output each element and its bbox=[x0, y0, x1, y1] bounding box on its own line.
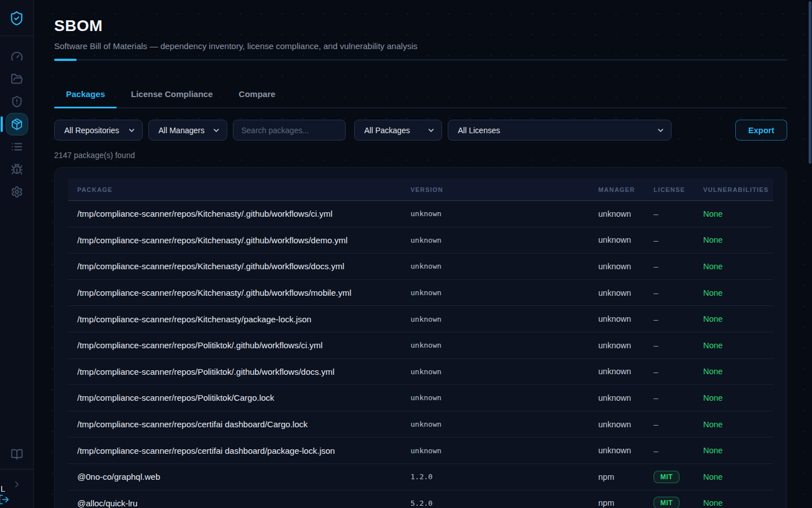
packages-select-wrap: All Packages bbox=[354, 120, 442, 141]
table-row: /tmp/compliance-scanner/repos/Kitchenast… bbox=[68, 227, 773, 254]
sidebar-item-dashboard[interactable] bbox=[6, 45, 28, 68]
cell-version: unknown bbox=[401, 209, 589, 218]
cell-package: /tmp/compliance-scanner/repos/Politiktok… bbox=[68, 367, 401, 376]
search-input[interactable] bbox=[233, 120, 345, 140]
cell-manager: unknown bbox=[589, 446, 645, 455]
cell-manager: npm bbox=[589, 472, 645, 481]
table-row: /tmp/compliance-scanner/repos/Kitchenast… bbox=[68, 253, 773, 280]
filter-bar: All Repositories All Managers All Packag… bbox=[54, 120, 787, 141]
cell-package: /tmp/compliance-scanner/repos/Politiktok… bbox=[68, 393, 401, 402]
licenses-select[interactable]: All Licenses bbox=[448, 120, 671, 140]
cell-version: 1.2.0 bbox=[401, 472, 589, 481]
main-content: SBOM Software Bill of Materials — depend… bbox=[34, 0, 812, 508]
cell-license: – bbox=[645, 235, 694, 245]
gauge-icon bbox=[11, 50, 23, 63]
cell-version: unknown bbox=[401, 288, 589, 297]
licenses-select-wrap: All Licenses bbox=[448, 120, 672, 141]
page-subtitle: Software Bill of Materials — dependency … bbox=[54, 41, 787, 51]
cell-manager: unknown bbox=[589, 367, 645, 376]
cell-vulnerabilities: None bbox=[694, 262, 773, 271]
list-icon bbox=[11, 141, 23, 153]
license-badge: MIT bbox=[654, 497, 679, 508]
column-header-version: VERSION bbox=[401, 186, 589, 193]
cell-license: – bbox=[645, 446, 694, 456]
license-badge: MIT bbox=[654, 471, 679, 483]
package-icon bbox=[11, 118, 23, 130]
export-button[interactable]: Export bbox=[735, 120, 787, 141]
cell-manager: unknown bbox=[589, 235, 645, 244]
cell-package: /tmp/compliance-scanner/repos/Politiktok… bbox=[68, 340, 401, 350]
search-input-wrap bbox=[233, 120, 346, 141]
column-header-vulnerabilities: VULNERABILITIES bbox=[694, 186, 773, 193]
cell-version: unknown bbox=[401, 367, 589, 376]
cell-package: /tmp/compliance-scanner/repos/certifai d… bbox=[68, 419, 401, 429]
cell-license: – bbox=[645, 288, 694, 297]
cell-vulnerabilities: None bbox=[694, 209, 773, 218]
packages-select[interactable]: All Packages bbox=[355, 120, 442, 140]
shield-check-icon bbox=[9, 11, 24, 26]
cell-vulnerabilities: None bbox=[694, 420, 773, 429]
tab-license-compliance[interactable]: License Compliance bbox=[119, 82, 224, 107]
tab-bar: Packages License Compliance Compare bbox=[54, 82, 787, 108]
active-nav-indicator bbox=[1, 116, 3, 132]
cell-license: MIT bbox=[645, 497, 694, 508]
cell-manager: unknown bbox=[589, 420, 645, 429]
cell-version: unknown bbox=[401, 420, 589, 428]
table-row: @0no-co/graphql.web 1.2.0 npm MIT None bbox=[68, 464, 773, 491]
managers-select[interactable]: All Managers bbox=[149, 120, 227, 140]
sidebar-collapse-button[interactable] bbox=[6, 473, 28, 496]
sidebar-divider bbox=[0, 469, 33, 470]
table-row: /tmp/compliance-scanner/repos/Politiktok… bbox=[68, 332, 773, 359]
cell-license: – bbox=[645, 340, 694, 350]
cell-license: MIT bbox=[645, 471, 694, 483]
sidebar-item-vulnerabilities[interactable] bbox=[6, 158, 28, 181]
cell-vulnerabilities: None bbox=[694, 498, 773, 507]
table-row: /tmp/compliance-scanner/repos/Kitchenast… bbox=[68, 306, 773, 332]
app-logo[interactable] bbox=[0, 0, 33, 36]
cell-package: /tmp/compliance-scanner/repos/certifai d… bbox=[68, 446, 401, 456]
cell-manager: unknown bbox=[589, 341, 645, 350]
table-body: /tmp/compliance-scanner/repos/Kitchenast… bbox=[68, 201, 773, 508]
tab-compare[interactable]: Compare bbox=[227, 82, 287, 107]
cell-vulnerabilities: None bbox=[694, 367, 773, 376]
cell-version: unknown bbox=[401, 262, 589, 270]
logout-icon[interactable] bbox=[0, 494, 10, 505]
sidebar bbox=[0, 0, 34, 508]
sidebar-item-compliance[interactable] bbox=[6, 90, 28, 113]
vertical-scrollbar[interactable] bbox=[809, 1, 811, 164]
sidebar-item-repositories[interactable] bbox=[6, 68, 28, 90]
tab-packages[interactable]: Packages bbox=[54, 82, 117, 107]
cell-package: /tmp/compliance-scanner/repos/Kitchenast… bbox=[68, 288, 401, 297]
sidebar-item-inventory[interactable] bbox=[6, 135, 28, 158]
sidebar-item-docs[interactable] bbox=[6, 443, 28, 466]
sidebar-item-sbom[interactable] bbox=[6, 113, 28, 135]
cell-vulnerabilities: None bbox=[694, 472, 773, 481]
sidebar-item-settings[interactable] bbox=[6, 181, 28, 203]
cell-vulnerabilities: None bbox=[694, 446, 773, 455]
results-count: 2147 package(s) found bbox=[54, 151, 787, 160]
cell-license: – bbox=[645, 367, 694, 376]
cell-vulnerabilities: None bbox=[694, 288, 773, 297]
cell-license: – bbox=[645, 261, 694, 271]
cell-version: unknown bbox=[401, 393, 589, 402]
cell-vulnerabilities: None bbox=[694, 393, 773, 402]
cell-license: – bbox=[645, 419, 694, 429]
shield-alert-icon bbox=[11, 95, 23, 108]
gear-icon bbox=[11, 186, 23, 198]
column-header-package: PACKAGE bbox=[68, 186, 401, 193]
cell-license: – bbox=[645, 314, 694, 324]
cell-manager: unknown bbox=[589, 262, 645, 271]
table-row: /tmp/compliance-scanner/repos/Kitchenast… bbox=[68, 201, 773, 227]
cell-version: 5.2.0 bbox=[401, 499, 589, 507]
cell-package: /tmp/compliance-scanner/repos/Kitchenast… bbox=[68, 261, 401, 271]
repositories-select[interactable]: All Repositories bbox=[55, 120, 142, 140]
cell-package: @alloc/quick-lru bbox=[68, 498, 401, 508]
table-row: /tmp/compliance-scanner/repos/Politiktok… bbox=[68, 385, 773, 411]
managers-select-wrap: All Managers bbox=[148, 120, 227, 141]
page-title: SBOM bbox=[54, 0, 787, 35]
table-header-row: PACKAGE VERSION MANAGER LICENSE VULNERAB… bbox=[68, 178, 773, 201]
title-divider bbox=[54, 59, 787, 60]
cell-version: unknown bbox=[401, 341, 589, 349]
cell-package: /tmp/compliance-scanner/repos/Kitchenast… bbox=[68, 209, 401, 218]
folder-icon bbox=[11, 73, 23, 85]
